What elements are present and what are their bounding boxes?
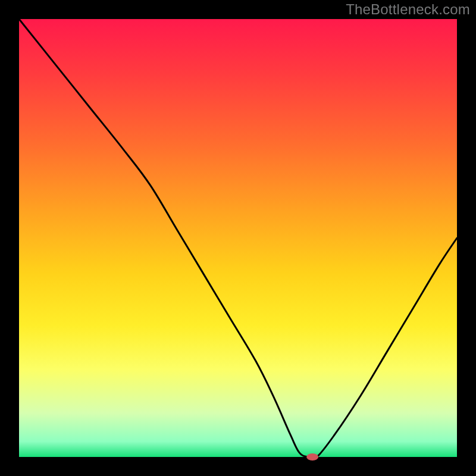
gradient-background <box>19 19 457 457</box>
bottleneck-chart <box>0 0 476 476</box>
watermark-text: TheBottleneck.com <box>346 1 470 18</box>
chart-frame: TheBottleneck.com <box>0 0 476 476</box>
optimum-marker <box>306 453 318 461</box>
